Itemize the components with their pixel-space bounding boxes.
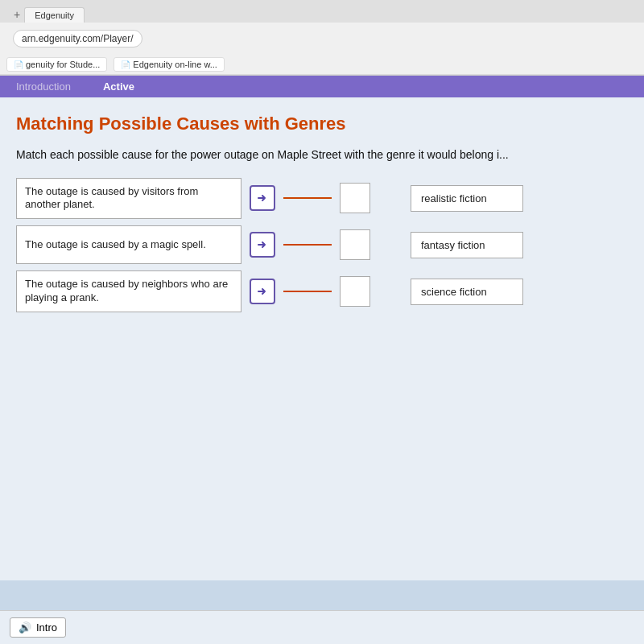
connector-line-3 — [283, 291, 332, 292]
bookmark-icon-1: 📄 — [14, 60, 23, 69]
bottom-bar: 🔊 Intro — [0, 610, 644, 644]
arrow-icon-2 — [256, 238, 269, 251]
bookmark-1[interactable]: 📄genuity for Stude... — [6, 57, 107, 72]
arrow-button-3[interactable] — [250, 279, 275, 304]
arrow-button-2[interactable] — [250, 232, 275, 258]
main-content: Matching Possible Causes with Genres Mat… — [0, 97, 644, 580]
matching-area: The outage is caused by visitors from an… — [16, 178, 628, 313]
drop-box-3[interactable] — [340, 276, 370, 307]
arrow-button-1[interactable] — [250, 185, 275, 211]
browser-tab[interactable]: Edgenuity — [24, 7, 85, 23]
bookmarks-bar: 📄genuity for Stude... 📄Edgenuity on-line… — [0, 55, 644, 75]
address-bar[interactable]: arn.edgenuity.com/Player/ — [13, 30, 142, 47]
match-row-2: The outage is caused by a magic spell. f… — [16, 225, 628, 264]
genre-label-2: fantasy fiction — [411, 232, 523, 258]
arrow-icon-3 — [256, 285, 269, 298]
speaker-icon: 🔊 — [19, 621, 31, 634]
instructions-text: Match each possible cause for the power … — [16, 147, 628, 163]
cause-box-1: The outage is caused by visitors from an… — [16, 178, 242, 220]
intro-button[interactable]: 🔊 Intro — [10, 617, 66, 638]
connector-line-1 — [283, 197, 332, 199]
arrow-icon-1 — [256, 192, 269, 204]
tab-introduction[interactable]: Introduction — [0, 76, 87, 97]
intro-label: Intro — [36, 621, 57, 634]
match-row-3: The outage is caused by neighbors who ar… — [16, 270, 628, 312]
bookmark-2[interactable]: 📄Edgenuity on-line w... — [114, 57, 225, 72]
drop-box-1[interactable] — [340, 183, 370, 213]
new-tab-button[interactable]: + — [10, 6, 24, 23]
cause-box-2: The outage is caused by a magic spell. — [16, 225, 242, 264]
connector-line-2 — [283, 244, 332, 246]
browser-chrome: + Edgenuity arn.edgenuity.com/Player/ 📄g… — [0, 0, 644, 76]
genre-label-1: realistic fiction — [411, 185, 523, 212]
page-title: Matching Possible Causes with Genres — [16, 114, 628, 134]
drop-box-2[interactable] — [340, 229, 370, 260]
match-row-1: The outage is caused by visitors from an… — [16, 178, 628, 220]
genre-label-3: science fiction — [411, 279, 523, 305]
nav-tabs: Introduction Active — [0, 76, 644, 97]
tab-active[interactable]: Active — [87, 76, 151, 97]
tab-bar: + Edgenuity — [0, 0, 644, 23]
cause-box-3: The outage is caused by neighbors who ar… — [16, 270, 242, 312]
bookmark-icon-2: 📄 — [121, 60, 130, 69]
